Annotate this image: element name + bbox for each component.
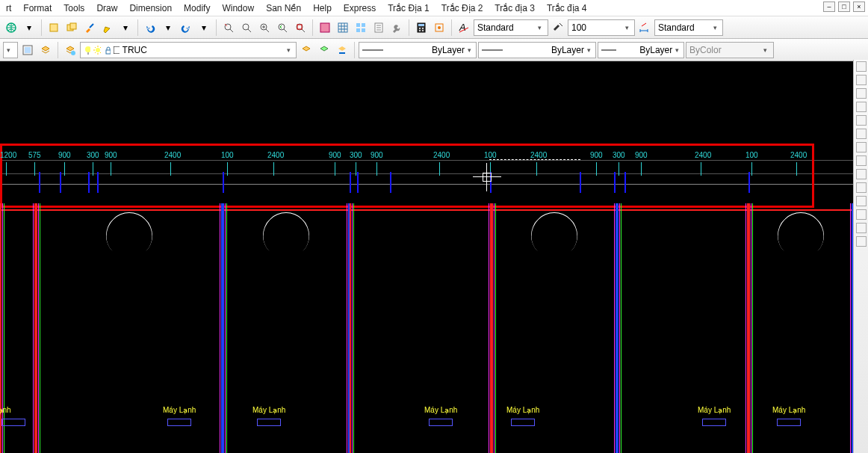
sun-icon [93,46,100,55]
svg-rect-14 [356,28,360,32]
dim-label: 900 [329,151,341,159]
sheets-icon[interactable] [63,19,80,36]
svg-rect-32 [106,50,111,54]
textstyle-select[interactable]: ▾ [474,19,548,36]
menu-format[interactable]: Format [17,3,58,13]
color-select[interactable]: ▾ [686,42,774,58]
layer-select[interactable]: ▾ [80,42,297,58]
layerstack-icon[interactable] [298,42,314,58]
plotstyle-select[interactable]: ▾ [598,42,684,58]
dock-tool-0[interactable] [856,61,867,72]
svg-rect-30 [87,52,89,55]
menu-draw[interactable]: Draw [90,3,123,13]
props-icon[interactable] [371,19,387,36]
table-icon[interactable] [335,19,351,36]
zoom-ext-icon[interactable] [292,19,309,36]
menu-dimension[interactable]: Dimension [123,3,178,13]
dimstyle-icon[interactable] [636,19,653,36]
pencil-icon[interactable] [99,19,116,36]
undo-icon[interactable] [142,19,158,36]
dock-tool-2[interactable] [856,88,867,99]
dock-tool-4[interactable] [856,115,867,126]
svg-point-20 [422,28,424,29]
layers-icon[interactable] [37,42,54,58]
link-icon[interactable] [431,19,447,36]
lineweight-value[interactable] [506,45,584,55]
dropdown-icon[interactable]: ▾ [196,19,212,36]
dock-tool-13[interactable] [856,236,867,247]
svg-rect-9 [297,25,302,29]
grid-mark [614,172,616,193]
dropdown-icon[interactable]: ▾ [117,19,134,36]
dock-tool-7[interactable] [856,155,867,166]
svg-rect-15 [362,28,365,32]
dimstyle-value[interactable] [658,22,710,33]
textstyle-icon[interactable]: A [456,19,472,36]
minimize-button[interactable]: – [823,1,835,12]
menu-rt[interactable]: rt [0,3,17,13]
plotstyle-value[interactable] [619,45,672,55]
layer-value[interactable] [123,45,285,55]
redo-icon[interactable] [178,19,194,36]
room-unit: Máy Lạnh [748,203,853,453]
dock-tool-3[interactable] [856,102,867,112]
globe-icon[interactable] [3,19,19,36]
zoom-realtime-icon[interactable] [220,19,237,36]
linetype-value[interactable] [386,45,465,55]
layeriso-icon[interactable] [316,42,332,58]
wall-inner [752,203,753,453]
dropdown-icon[interactable]: ▾ [160,19,176,36]
dock-tool-10[interactable] [856,196,867,206]
sheet-icon[interactable] [46,19,62,36]
menu-trắc-địa-2[interactable]: Trắc Địa 2 [435,3,489,13]
wrench-icon[interactable] [388,19,405,36]
menu-help[interactable]: Help [307,3,338,13]
layout-icon[interactable] [19,42,36,58]
zoom-window-icon[interactable] [238,19,255,36]
maximize-button[interactable]: □ [838,1,850,12]
menu-window[interactable]: Window [216,3,260,13]
textstyle-value[interactable] [477,22,535,33]
crosshair-cursor [479,169,495,185]
menu-san-nền[interactable]: San Nền [260,3,307,13]
lineweight-select[interactable]: ▾ [478,42,596,58]
brush-icon[interactable] [81,19,98,36]
dock-tool-12[interactable] [856,223,867,233]
menu-modify[interactable]: Modify [178,3,216,13]
menu-trắc-địa-4[interactable]: Trắc địa 4 [541,3,593,13]
dock-tool-9[interactable] [856,182,867,193]
menu-trắc-địa-1[interactable]: Trắc Địa 1 [382,3,435,13]
dimstyle-select[interactable]: ▾ [654,19,723,36]
dock-tool-11[interactable] [856,209,867,220]
grid-icon[interactable] [353,19,369,36]
menu-tools[interactable]: Tools [58,3,90,13]
zoom-in-icon[interactable] [256,19,273,36]
wall-inner [347,203,347,453]
dock-tool-8[interactable] [856,169,867,179]
wall-inner [495,203,496,453]
linetype-select[interactable]: ▾ [359,42,477,58]
viewport-select[interactable]: ▾ [3,42,18,58]
dock-tool-5[interactable] [856,129,867,139]
dropdown-icon[interactable]: ▾ [21,19,37,36]
hatch-icon[interactable] [317,19,333,36]
ac-unit [167,419,191,426]
menu-express[interactable]: Express [338,3,382,13]
room-unit: Máy Lạnh [492,203,617,453]
dimscale-select[interactable]: ▾ [568,19,635,36]
drawing-canvas[interactable]: 1200575900300900240010024009003009002400… [0,61,868,453]
layerstate-icon[interactable] [334,42,350,58]
svg-rect-18 [418,24,424,26]
dimscale-icon[interactable] [550,19,566,36]
calc-icon[interactable] [413,19,430,36]
zoom-prev-icon[interactable] [274,19,291,36]
dimscale-value[interactable] [571,22,622,33]
color-value[interactable] [689,45,760,55]
menu-trắc-địa-3[interactable]: Trắc địa 3 [489,3,541,13]
layerprops-icon[interactable] [62,42,78,58]
svg-rect-1 [50,24,58,31]
dock-tool-6[interactable] [856,142,867,152]
close-button[interactable]: × [853,1,865,12]
dim-tick [273,162,274,176]
dock-tool-1[interactable] [856,75,867,85]
